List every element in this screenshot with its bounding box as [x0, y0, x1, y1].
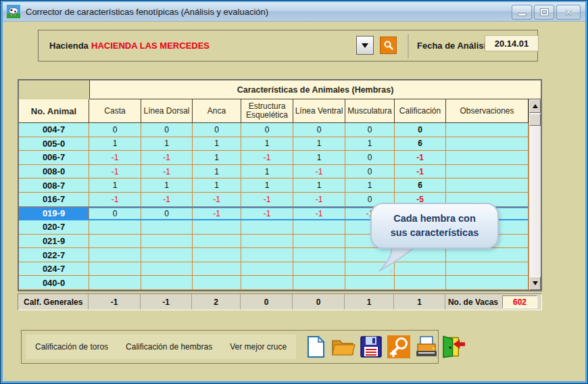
value-cell[interactable]: 6 [395, 178, 446, 192]
exit-button[interactable] [441, 335, 466, 360]
animal-id-cell[interactable]: 006-7 [19, 151, 89, 164]
open-folder-button[interactable] [330, 335, 356, 360]
table-row[interactable]: 006-7-1-11-110-1 [19, 151, 529, 165]
value-cell[interactable]: -1 [395, 165, 446, 178]
value-cell[interactable]: -1 [241, 208, 293, 220]
value-cell[interactable] [89, 262, 141, 276]
value-cell[interactable]: -1 [395, 151, 446, 164]
value-cell[interactable] [193, 248, 241, 262]
value-cell[interactable]: 1 [141, 137, 193, 151]
value-cell[interactable]: 1 [241, 165, 293, 178]
value-cell[interactable]: 0 [293, 123, 345, 137]
value-cell[interactable]: 1 [193, 165, 241, 178]
zoom-search-button[interactable] [386, 335, 411, 360]
value-cell[interactable]: -1 [241, 151, 293, 164]
value-cell[interactable] [293, 276, 345, 289]
value-cell[interactable]: -1 [241, 193, 293, 206]
hacienda-dropdown-button[interactable] [356, 36, 374, 55]
scroll-down-button[interactable] [529, 277, 541, 290]
value-cell[interactable] [241, 235, 293, 248]
new-document-button[interactable] [303, 335, 328, 360]
value-cell[interactable] [446, 248, 529, 262]
close-button[interactable]: ✕ [556, 5, 581, 20]
value-cell[interactable]: -1 [89, 165, 141, 178]
value-cell[interactable] [293, 262, 345, 276]
animal-id-cell[interactable]: 021-9 [19, 235, 89, 248]
value-cell[interactable]: 1 [193, 151, 241, 164]
value-cell[interactable]: 0 [141, 208, 193, 220]
table-row[interactable]: 040-0 [19, 276, 529, 290]
value-cell[interactable] [345, 276, 395, 289]
value-cell[interactable] [446, 165, 529, 178]
value-cell[interactable]: 0 [89, 208, 141, 220]
table-row[interactable]: 008-0-1-111-10-1 [19, 165, 529, 179]
value-cell[interactable]: 1 [293, 137, 345, 151]
value-cell[interactable] [141, 248, 193, 262]
value-cell[interactable]: 0 [345, 151, 395, 164]
print-button[interactable] [414, 335, 439, 360]
value-cell[interactable] [89, 276, 141, 289]
value-cell[interactable]: 1 [89, 178, 141, 192]
value-cell[interactable] [293, 220, 345, 234]
animal-id-cell[interactable]: 008-7 [19, 178, 89, 192]
value-cell[interactable]: -1 [141, 165, 193, 178]
value-cell[interactable] [446, 262, 529, 276]
value-cell[interactable]: 1 [345, 178, 395, 192]
value-cell[interactable] [89, 248, 141, 262]
value-cell[interactable]: 0 [345, 123, 395, 137]
link-ver-mejor-cruce[interactable]: Ver mejor cruce [230, 342, 287, 352]
value-cell[interactable] [193, 235, 241, 248]
animal-id-cell[interactable]: 022-7 [19, 248, 89, 262]
value-cell[interactable]: 1 [141, 178, 193, 192]
value-cell[interactable]: 1 [193, 137, 241, 151]
minimize-button[interactable] [512, 5, 532, 20]
value-cell[interactable]: 1 [89, 137, 141, 151]
value-cell[interactable] [241, 276, 293, 289]
value-cell[interactable] [141, 276, 193, 289]
value-cell[interactable] [241, 262, 293, 276]
hacienda-search-button[interactable] [380, 37, 397, 54]
value-cell[interactable] [141, 220, 193, 234]
value-cell[interactable]: -1 [293, 193, 345, 206]
value-cell[interactable]: -1 [193, 208, 241, 220]
value-cell[interactable]: -1 [193, 193, 241, 206]
value-cell[interactable]: 1 [241, 137, 293, 151]
value-cell[interactable] [141, 235, 193, 248]
value-cell[interactable]: 0 [395, 123, 446, 137]
value-cell[interactable] [446, 151, 529, 164]
value-cell[interactable]: -1 [293, 165, 345, 178]
value-cell[interactable] [446, 137, 529, 151]
value-cell[interactable]: -1 [141, 151, 193, 164]
table-row[interactable]: 022-7 [19, 248, 529, 262]
value-cell[interactable] [241, 220, 293, 234]
value-cell[interactable]: 0 [345, 165, 395, 178]
value-cell[interactable]: 0 [193, 123, 241, 137]
value-cell[interactable] [193, 276, 241, 289]
value-cell[interactable]: 6 [395, 137, 446, 151]
vertical-scrollbar[interactable] [529, 99, 541, 290]
scroll-up-button[interactable] [529, 99, 541, 113]
link-calificacion-hembras[interactable]: Calificación de hembras [126, 342, 212, 352]
animal-id-cell[interactable]: 019-9 [19, 208, 89, 220]
value-cell[interactable]: 0 [141, 123, 193, 137]
value-cell[interactable] [446, 276, 529, 289]
value-cell[interactable]: 1 [293, 151, 345, 164]
value-cell[interactable] [293, 248, 345, 262]
value-cell[interactable] [193, 220, 241, 234]
value-cell[interactable]: 1 [293, 178, 345, 192]
value-cell[interactable]: 0 [89, 123, 141, 137]
maximize-button[interactable] [534, 5, 554, 20]
animal-id-cell[interactable]: 040-0 [19, 276, 89, 289]
value-cell[interactable]: 0 [241, 123, 293, 137]
save-button[interactable] [358, 335, 383, 360]
value-cell[interactable]: -1 [89, 193, 141, 206]
scrollbar-thumb[interactable] [529, 114, 541, 126]
value-cell[interactable] [193, 262, 241, 276]
animal-id-cell[interactable]: 004-7 [19, 123, 89, 137]
value-cell[interactable] [446, 178, 529, 192]
animal-id-cell[interactable]: 020-7 [19, 220, 89, 234]
value-cell[interactable] [293, 235, 345, 248]
value-cell[interactable] [446, 123, 529, 137]
value-cell[interactable]: 1 [345, 137, 395, 151]
value-cell[interactable]: 1 [241, 178, 293, 192]
